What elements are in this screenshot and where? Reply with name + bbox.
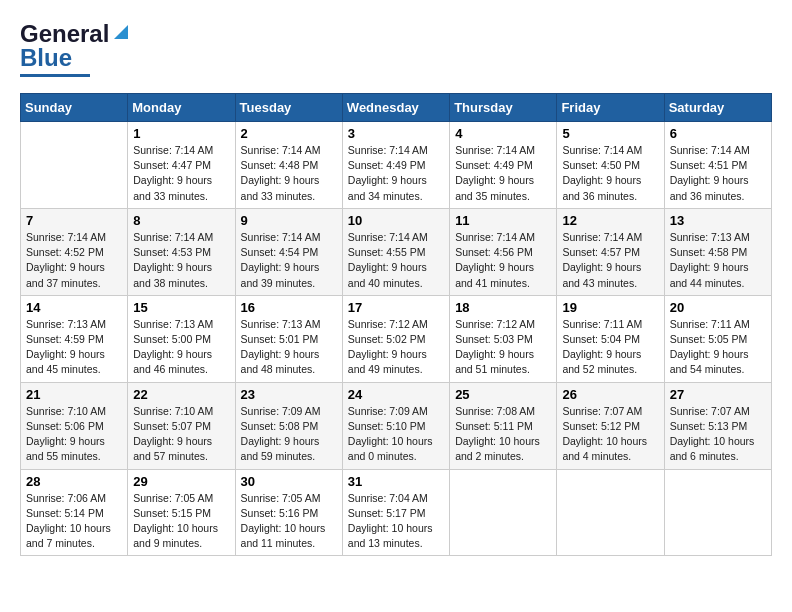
day-number: 1 xyxy=(133,126,229,141)
day-number: 10 xyxy=(348,213,444,228)
calendar-cell: 6Sunrise: 7:14 AM Sunset: 4:51 PM Daylig… xyxy=(664,122,771,209)
calendar-cell xyxy=(557,469,664,556)
day-info: Sunrise: 7:05 AM Sunset: 5:16 PM Dayligh… xyxy=(241,491,337,552)
day-number: 12 xyxy=(562,213,658,228)
day-info: Sunrise: 7:07 AM Sunset: 5:13 PM Dayligh… xyxy=(670,404,766,465)
day-number: 18 xyxy=(455,300,551,315)
calendar-cell: 29Sunrise: 7:05 AM Sunset: 5:15 PM Dayli… xyxy=(128,469,235,556)
weekday-header-sunday: Sunday xyxy=(21,94,128,122)
calendar-cell: 15Sunrise: 7:13 AM Sunset: 5:00 PM Dayli… xyxy=(128,295,235,382)
day-info: Sunrise: 7:14 AM Sunset: 4:49 PM Dayligh… xyxy=(455,143,551,204)
day-info: Sunrise: 7:11 AM Sunset: 5:05 PM Dayligh… xyxy=(670,317,766,378)
page-header: General Blue xyxy=(20,20,772,77)
day-info: Sunrise: 7:12 AM Sunset: 5:02 PM Dayligh… xyxy=(348,317,444,378)
day-info: Sunrise: 7:14 AM Sunset: 4:57 PM Dayligh… xyxy=(562,230,658,291)
calendar-week-row: 14Sunrise: 7:13 AM Sunset: 4:59 PM Dayli… xyxy=(21,295,772,382)
calendar-cell: 23Sunrise: 7:09 AM Sunset: 5:08 PM Dayli… xyxy=(235,382,342,469)
calendar-cell: 9Sunrise: 7:14 AM Sunset: 4:54 PM Daylig… xyxy=(235,208,342,295)
weekday-header-thursday: Thursday xyxy=(450,94,557,122)
calendar-cell: 28Sunrise: 7:06 AM Sunset: 5:14 PM Dayli… xyxy=(21,469,128,556)
calendar-cell: 17Sunrise: 7:12 AM Sunset: 5:02 PM Dayli… xyxy=(342,295,449,382)
day-number: 16 xyxy=(241,300,337,315)
day-number: 27 xyxy=(670,387,766,402)
calendar-cell: 21Sunrise: 7:10 AM Sunset: 5:06 PM Dayli… xyxy=(21,382,128,469)
calendar-cell: 7Sunrise: 7:14 AM Sunset: 4:52 PM Daylig… xyxy=(21,208,128,295)
day-number: 30 xyxy=(241,474,337,489)
calendar-cell: 24Sunrise: 7:09 AM Sunset: 5:10 PM Dayli… xyxy=(342,382,449,469)
day-number: 13 xyxy=(670,213,766,228)
day-number: 7 xyxy=(26,213,122,228)
day-number: 11 xyxy=(455,213,551,228)
calendar-cell: 14Sunrise: 7:13 AM Sunset: 4:59 PM Dayli… xyxy=(21,295,128,382)
logo-underline xyxy=(20,74,90,77)
day-number: 26 xyxy=(562,387,658,402)
logo-blue-text: Blue xyxy=(20,44,72,72)
day-info: Sunrise: 7:13 AM Sunset: 4:58 PM Dayligh… xyxy=(670,230,766,291)
day-number: 8 xyxy=(133,213,229,228)
day-info: Sunrise: 7:09 AM Sunset: 5:10 PM Dayligh… xyxy=(348,404,444,465)
day-number: 4 xyxy=(455,126,551,141)
day-number: 25 xyxy=(455,387,551,402)
calendar-cell: 18Sunrise: 7:12 AM Sunset: 5:03 PM Dayli… xyxy=(450,295,557,382)
day-number: 24 xyxy=(348,387,444,402)
calendar-cell: 8Sunrise: 7:14 AM Sunset: 4:53 PM Daylig… xyxy=(128,208,235,295)
weekday-header-tuesday: Tuesday xyxy=(235,94,342,122)
calendar-cell: 1Sunrise: 7:14 AM Sunset: 4:47 PM Daylig… xyxy=(128,122,235,209)
calendar-cell: 13Sunrise: 7:13 AM Sunset: 4:58 PM Dayli… xyxy=(664,208,771,295)
calendar-cell xyxy=(664,469,771,556)
calendar-cell xyxy=(450,469,557,556)
day-number: 19 xyxy=(562,300,658,315)
calendar-cell: 20Sunrise: 7:11 AM Sunset: 5:05 PM Dayli… xyxy=(664,295,771,382)
day-info: Sunrise: 7:10 AM Sunset: 5:06 PM Dayligh… xyxy=(26,404,122,465)
day-number: 5 xyxy=(562,126,658,141)
day-number: 28 xyxy=(26,474,122,489)
day-info: Sunrise: 7:14 AM Sunset: 4:54 PM Dayligh… xyxy=(241,230,337,291)
day-info: Sunrise: 7:06 AM Sunset: 5:14 PM Dayligh… xyxy=(26,491,122,552)
calendar-cell: 11Sunrise: 7:14 AM Sunset: 4:56 PM Dayli… xyxy=(450,208,557,295)
day-number: 14 xyxy=(26,300,122,315)
calendar-cell: 26Sunrise: 7:07 AM Sunset: 5:12 PM Dayli… xyxy=(557,382,664,469)
day-info: Sunrise: 7:07 AM Sunset: 5:12 PM Dayligh… xyxy=(562,404,658,465)
day-info: Sunrise: 7:14 AM Sunset: 4:48 PM Dayligh… xyxy=(241,143,337,204)
day-info: Sunrise: 7:14 AM Sunset: 4:55 PM Dayligh… xyxy=(348,230,444,291)
day-number: 9 xyxy=(241,213,337,228)
day-number: 23 xyxy=(241,387,337,402)
calendar-cell: 31Sunrise: 7:04 AM Sunset: 5:17 PM Dayli… xyxy=(342,469,449,556)
calendar-cell: 22Sunrise: 7:10 AM Sunset: 5:07 PM Dayli… xyxy=(128,382,235,469)
calendar-cell: 19Sunrise: 7:11 AM Sunset: 5:04 PM Dayli… xyxy=(557,295,664,382)
day-number: 20 xyxy=(670,300,766,315)
day-info: Sunrise: 7:14 AM Sunset: 4:47 PM Dayligh… xyxy=(133,143,229,204)
calendar-table: SundayMondayTuesdayWednesdayThursdayFrid… xyxy=(20,93,772,556)
day-info: Sunrise: 7:14 AM Sunset: 4:56 PM Dayligh… xyxy=(455,230,551,291)
calendar-cell: 12Sunrise: 7:14 AM Sunset: 4:57 PM Dayli… xyxy=(557,208,664,295)
calendar-week-row: 7Sunrise: 7:14 AM Sunset: 4:52 PM Daylig… xyxy=(21,208,772,295)
day-number: 17 xyxy=(348,300,444,315)
day-info: Sunrise: 7:14 AM Sunset: 4:50 PM Dayligh… xyxy=(562,143,658,204)
logo: General Blue xyxy=(20,20,132,77)
day-info: Sunrise: 7:12 AM Sunset: 5:03 PM Dayligh… xyxy=(455,317,551,378)
day-info: Sunrise: 7:04 AM Sunset: 5:17 PM Dayligh… xyxy=(348,491,444,552)
weekday-header-monday: Monday xyxy=(128,94,235,122)
day-number: 3 xyxy=(348,126,444,141)
logo-arrow-icon xyxy=(110,21,132,43)
calendar-cell: 16Sunrise: 7:13 AM Sunset: 5:01 PM Dayli… xyxy=(235,295,342,382)
calendar-cell: 2Sunrise: 7:14 AM Sunset: 4:48 PM Daylig… xyxy=(235,122,342,209)
day-number: 29 xyxy=(133,474,229,489)
day-info: Sunrise: 7:13 AM Sunset: 5:00 PM Dayligh… xyxy=(133,317,229,378)
calendar-cell: 10Sunrise: 7:14 AM Sunset: 4:55 PM Dayli… xyxy=(342,208,449,295)
calendar-week-row: 28Sunrise: 7:06 AM Sunset: 5:14 PM Dayli… xyxy=(21,469,772,556)
day-info: Sunrise: 7:11 AM Sunset: 5:04 PM Dayligh… xyxy=(562,317,658,378)
weekday-header-row: SundayMondayTuesdayWednesdayThursdayFrid… xyxy=(21,94,772,122)
day-number: 22 xyxy=(133,387,229,402)
day-info: Sunrise: 7:08 AM Sunset: 5:11 PM Dayligh… xyxy=(455,404,551,465)
day-info: Sunrise: 7:05 AM Sunset: 5:15 PM Dayligh… xyxy=(133,491,229,552)
day-info: Sunrise: 7:14 AM Sunset: 4:49 PM Dayligh… xyxy=(348,143,444,204)
day-info: Sunrise: 7:10 AM Sunset: 5:07 PM Dayligh… xyxy=(133,404,229,465)
svg-marker-0 xyxy=(114,25,128,39)
day-number: 21 xyxy=(26,387,122,402)
calendar-cell: 5Sunrise: 7:14 AM Sunset: 4:50 PM Daylig… xyxy=(557,122,664,209)
calendar-cell: 27Sunrise: 7:07 AM Sunset: 5:13 PM Dayli… xyxy=(664,382,771,469)
weekday-header-friday: Friday xyxy=(557,94,664,122)
weekday-header-wednesday: Wednesday xyxy=(342,94,449,122)
day-info: Sunrise: 7:09 AM Sunset: 5:08 PM Dayligh… xyxy=(241,404,337,465)
